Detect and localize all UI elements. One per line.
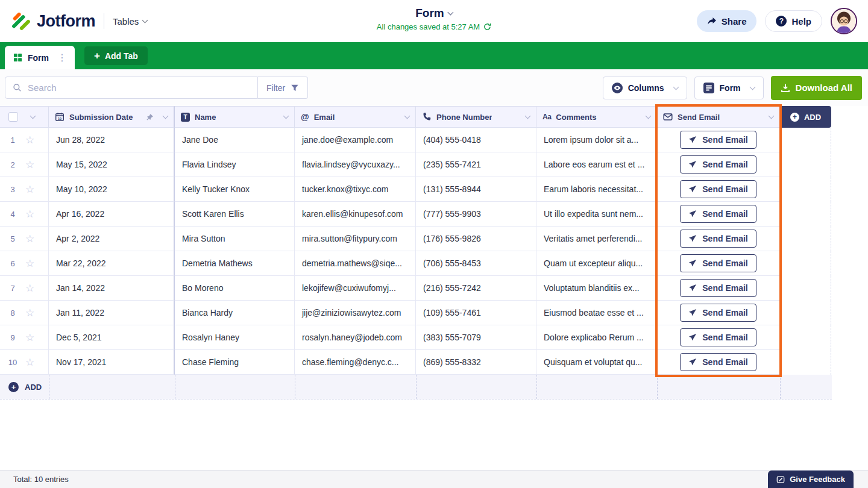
cell-name[interactable]: Kelly Tucker Knox <box>175 177 295 202</box>
chevron-down-icon[interactable] <box>404 113 410 119</box>
send-email-button[interactable]: Send Email <box>680 155 756 174</box>
column-header-submission-date[interactable]: 10 Submission Date <box>49 106 175 128</box>
add-row-button[interactable]: + ADD <box>0 375 832 399</box>
cell-comments[interactable]: Veritatis amet perferendi... <box>536 227 657 251</box>
star-icon[interactable]: ☆ <box>25 160 34 170</box>
cell-comments[interactable]: Lorem ipsum dolor sit a... <box>536 128 657 152</box>
star-icon[interactable]: ☆ <box>25 209 34 219</box>
cell-name[interactable]: Rosalyn Haney <box>175 325 295 350</box>
cell-comments[interactable]: Ut illo expedita sunt nem... <box>536 202 657 227</box>
avatar[interactable] <box>831 8 857 34</box>
cell-name[interactable]: Bo Moreno <box>175 276 295 301</box>
star-icon[interactable]: ☆ <box>25 258 34 269</box>
chevron-down-icon[interactable] <box>646 113 652 119</box>
column-header-email[interactable]: @ Email <box>295 106 416 128</box>
pin-icon[interactable] <box>146 113 154 121</box>
chevron-down-icon[interactable] <box>283 113 289 119</box>
jotform-logo[interactable]: Jotform <box>11 11 95 31</box>
form-title-dropdown[interactable]: Form <box>377 7 491 20</box>
refresh-icon[interactable] <box>483 23 491 31</box>
cell-submission-date[interactable]: Dec 5, 2021 <box>49 325 175 350</box>
cell-email[interactable]: jije@ziniziowisawytez.com <box>295 301 416 325</box>
cell-email[interactable]: rosalyn.haney@jodeb.com <box>295 325 416 350</box>
cell-comments[interactable]: Dolore explicabo Rerum ... <box>536 325 657 350</box>
cell-comments[interactable]: Quam ut excepteur aliqu... <box>536 251 657 276</box>
add-tab-button[interactable]: + Add Tab <box>84 46 148 65</box>
send-email-button[interactable]: Send Email <box>680 205 756 223</box>
cell-comments[interactable]: Earum laboris necessitat... <box>536 177 657 202</box>
cell-phone-number[interactable]: (131) 555-8944 <box>416 177 536 202</box>
select-all-checkbox[interactable] <box>8 112 18 122</box>
cell-email[interactable]: mira.sutton@fitypury.com <box>295 227 416 251</box>
send-email-button[interactable]: Send Email <box>680 254 756 272</box>
column-header-comments[interactable]: Aa Comments <box>536 106 657 128</box>
cell-submission-date[interactable]: Nov 17, 2021 <box>49 350 175 375</box>
download-all-button[interactable]: Download All <box>771 76 862 100</box>
star-icon[interactable]: ☆ <box>25 333 34 343</box>
star-icon[interactable]: ☆ <box>25 308 34 318</box>
cell-submission-date[interactable]: May 15, 2022 <box>49 152 175 177</box>
star-icon[interactable]: ☆ <box>25 283 34 293</box>
tables-dropdown[interactable]: Tables <box>113 16 147 27</box>
cell-phone-number[interactable]: (383) 555-7079 <box>416 325 536 350</box>
cell-name[interactable]: Bianca Hardy <box>175 301 295 325</box>
columns-button[interactable]: Columns <box>603 77 687 99</box>
send-email-button[interactable]: Send Email <box>680 328 756 346</box>
cell-comments[interactable]: Labore eos earum est et ... <box>536 152 657 177</box>
star-icon[interactable]: ☆ <box>25 357 34 368</box>
chevron-down-icon[interactable] <box>769 113 775 119</box>
cell-email[interactable]: flavia.lindsey@vycuxazy... <box>295 152 416 177</box>
search-input[interactable] <box>28 83 250 93</box>
send-email-button[interactable]: Send Email <box>680 180 756 198</box>
cell-submission-date[interactable]: Mar 22, 2022 <box>49 251 175 276</box>
cell-name[interactable]: Scott Karen Ellis <box>175 202 295 227</box>
chevron-down-icon[interactable] <box>30 113 36 119</box>
column-header-name[interactable]: T Name <box>175 106 295 128</box>
cell-email[interactable]: lekojifew@cuxiwufomyj... <box>295 276 416 301</box>
cell-phone-number[interactable]: (404) 555-0418 <box>416 128 536 152</box>
chevron-down-icon[interactable] <box>163 113 169 119</box>
cell-email[interactable]: chase.fleming@denyc.c... <box>295 350 416 375</box>
cell-phone-number[interactable]: (706) 555-8453 <box>416 251 536 276</box>
give-feedback-button[interactable]: Give Feedback <box>768 471 854 488</box>
cell-name[interactable]: Mira Sutton <box>175 227 295 251</box>
column-header-phone-number[interactable]: Phone Number <box>416 106 536 128</box>
help-button[interactable]: ? Help <box>765 10 822 32</box>
cell-submission-date[interactable]: Apr 2, 2022 <box>49 227 175 251</box>
cell-phone-number[interactable]: (777) 555-9903 <box>416 202 536 227</box>
cell-submission-date[interactable]: Jan 11, 2022 <box>49 301 175 325</box>
column-header-send-email[interactable]: Send Email <box>657 106 780 128</box>
star-icon[interactable]: ☆ <box>25 184 34 195</box>
cell-name[interactable]: Demetria Mathews <box>175 251 295 276</box>
tab-menu-kebab-icon[interactable]: ⋮ <box>54 52 70 63</box>
filter-button[interactable]: Filter <box>258 77 308 99</box>
cell-email[interactable]: jane.doe@example.com <box>295 128 416 152</box>
cell-submission-date[interactable]: Apr 16, 2022 <box>49 202 175 227</box>
send-email-button[interactable]: Send Email <box>680 304 756 322</box>
tab-form[interactable]: Form ⋮ <box>5 46 75 69</box>
send-email-button[interactable]: Send Email <box>680 353 756 371</box>
cell-comments[interactable]: Quisquam et voluptat qu... <box>536 350 657 375</box>
cell-email[interactable]: demetria.mathews@siqe... <box>295 251 416 276</box>
cell-phone-number[interactable]: (869) 555-8332 <box>416 350 536 375</box>
cell-email[interactable]: karen.ellis@kinupesof.com <box>295 202 416 227</box>
cell-comments[interactable]: Eiusmod beatae esse et ... <box>536 301 657 325</box>
cell-email[interactable]: tucker.knox@tixyc.com <box>295 177 416 202</box>
cell-name[interactable]: Jane Doe <box>175 128 295 152</box>
cell-phone-number[interactable]: (235) 555-7421 <box>416 152 536 177</box>
star-icon[interactable]: ☆ <box>25 234 34 244</box>
cell-phone-number[interactable]: (109) 555-7461 <box>416 301 536 325</box>
cell-submission-date[interactable]: May 10, 2022 <box>49 177 175 202</box>
chevron-down-icon[interactable] <box>525 113 531 119</box>
star-icon[interactable]: ☆ <box>25 135 34 145</box>
send-email-button[interactable]: Send Email <box>680 131 756 149</box>
cell-comments[interactable]: Voluptatum blanditiis ex... <box>536 276 657 301</box>
cell-phone-number[interactable]: (216) 555-7242 <box>416 276 536 301</box>
send-email-button[interactable]: Send Email <box>680 279 756 297</box>
share-button[interactable]: Share <box>697 10 757 32</box>
cell-phone-number[interactable]: (176) 555-9826 <box>416 227 536 251</box>
cell-name[interactable]: Flavia Lindsey <box>175 152 295 177</box>
form-view-button[interactable]: Form <box>694 77 764 99</box>
add-column-button[interactable]: + ADD <box>780 106 831 128</box>
cell-submission-date[interactable]: Jun 28, 2022 <box>49 128 175 152</box>
